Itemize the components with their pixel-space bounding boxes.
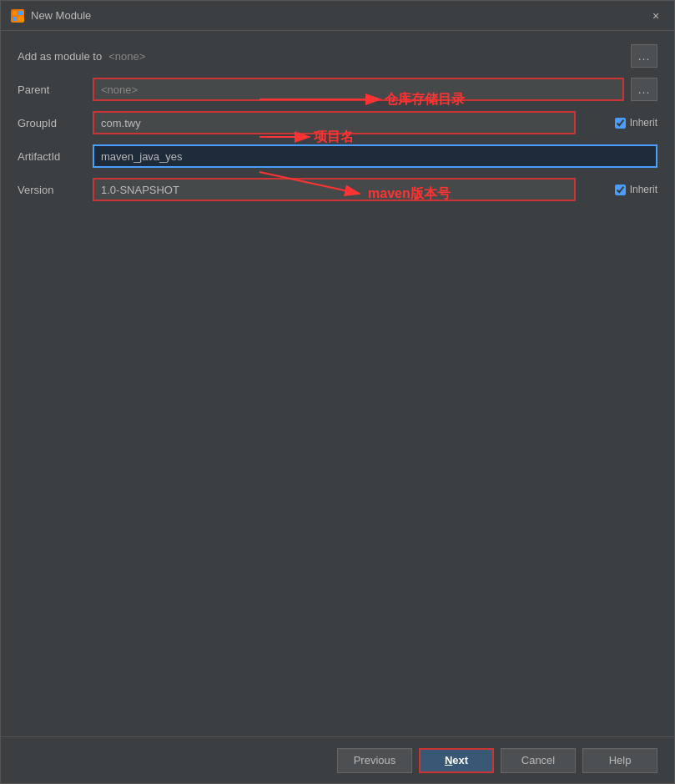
cancel-button[interactable]: Cancel [501, 748, 576, 773]
svg-rect-2 [13, 17, 17, 21]
title-bar-left: New Module [11, 9, 91, 23]
title-bar: New Module × [1, 1, 674, 31]
new-module-dialog: New Module × Add as module to <none> ...… [0, 0, 675, 784]
previous-button[interactable]: Previous [337, 748, 412, 773]
close-button[interactable]: × [647, 8, 664, 24]
annotations-layer: 仓库存储目录 项目名 maven版本号 [1, 31, 674, 736]
groupid-inherit-checkbox[interactable] [615, 118, 626, 129]
groupid-inherit-label: Inherit [630, 117, 657, 129]
version-row: Version Inherit [18, 178, 657, 201]
next-button[interactable]: Next [419, 748, 494, 773]
parent-input-wrapper: ... [93, 78, 657, 101]
add-as-module-value: <none> [108, 50, 624, 63]
parent-row: Parent ... [18, 78, 657, 101]
groupid-input[interactable] [93, 111, 576, 134]
version-inherit-label: Inherit [630, 184, 657, 195]
svg-rect-3 [18, 17, 23, 21]
groupid-input-wrapper: Inherit [93, 111, 657, 134]
app-icon [11, 9, 24, 23]
add-as-module-row: Add as module to <none> ... [18, 44, 657, 68]
svg-rect-0 [13, 11, 17, 15]
parent-label: Parent [18, 83, 93, 96]
parent-dots-button[interactable]: ... [631, 78, 657, 101]
version-label: Version [18, 184, 93, 196]
add-as-module-dots-button[interactable]: ... [631, 44, 657, 68]
version-inherit-checkbox[interactable] [615, 185, 626, 195]
artifactid-label: ArtifactId [18, 150, 93, 163]
help-button[interactable]: Help [582, 748, 657, 773]
add-as-module-label: Add as module to [18, 50, 102, 63]
dialog-title: New Module [31, 9, 91, 22]
groupid-row: GroupId Inherit [18, 111, 657, 134]
groupid-label: GroupId [18, 117, 93, 129]
dialog-footer: Previous Next Cancel Help [1, 736, 674, 783]
artifactid-input-wrapper [93, 144, 657, 168]
dialog-content: Add as module to <none> ... Parent ... G… [1, 31, 674, 736]
groupid-inherit-wrapper: Inherit [582, 117, 657, 129]
artifactid-input[interactable] [93, 144, 657, 168]
version-inherit-wrapper: Inherit [582, 184, 657, 195]
version-input[interactable] [93, 178, 576, 201]
parent-input[interactable] [93, 78, 624, 101]
svg-rect-1 [18, 11, 23, 15]
next-label: Next [445, 754, 468, 766]
artifactid-row: ArtifactId [18, 144, 657, 168]
version-input-wrapper: Inherit [93, 178, 657, 201]
